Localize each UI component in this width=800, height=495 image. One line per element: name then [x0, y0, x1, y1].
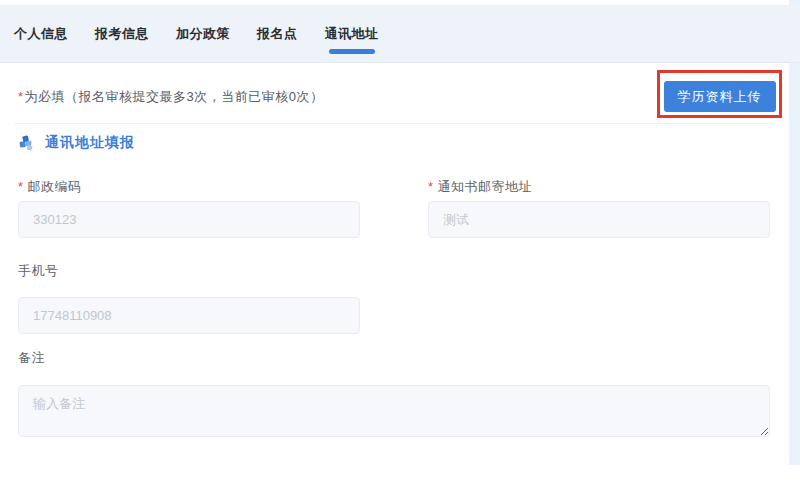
tab-label: 报名点 — [257, 26, 298, 41]
education-material-upload-button[interactable]: 学历资料上传 — [664, 81, 776, 112]
phone-input[interactable] — [18, 297, 360, 334]
required-asterisk: * — [18, 89, 24, 104]
tab-exam-info[interactable]: 报考信息 — [95, 25, 149, 57]
tab-contact-address[interactable]: 通讯地址 — [325, 25, 379, 57]
annotation-highlight-box: 学历资料上传 — [657, 70, 782, 118]
section-divider — [14, 123, 774, 124]
mail-address-label: *通知书邮寄地址 — [428, 178, 532, 196]
phone-label: 手机号 — [18, 262, 59, 280]
section-title: 通讯地址填报 — [45, 134, 135, 152]
tab-bar: 个人信息 报考信息 加分政策 报名点 通讯地址 — [0, 5, 800, 63]
tab-label: 报考信息 — [95, 26, 149, 41]
tab-label: 通讯地址 — [325, 26, 379, 41]
mail-address-input[interactable] — [428, 201, 770, 238]
address-form-icon — [17, 133, 36, 152]
label-text: 手机号 — [18, 263, 59, 278]
notice-text: 为必填（报名审核提交最多3次，当前已审核0次） — [25, 89, 324, 104]
tab-registration-point[interactable]: 报名点 — [257, 25, 298, 57]
tab-list: 个人信息 报考信息 加分政策 报名点 通讯地址 — [0, 5, 800, 57]
required-asterisk: * — [18, 179, 24, 194]
active-tab-underline — [329, 49, 375, 54]
required-asterisk: * — [428, 179, 434, 194]
label-text: 备注 — [18, 350, 45, 365]
postal-code-label: *邮政编码 — [18, 178, 82, 196]
page-background-strip — [789, 0, 800, 465]
tab-label: 加分政策 — [176, 26, 230, 41]
label-text: 邮政编码 — [28, 179, 82, 194]
tab-personal-info[interactable]: 个人信息 — [14, 25, 68, 57]
tab-label: 个人信息 — [14, 26, 68, 41]
tab-bonus-policy[interactable]: 加分政策 — [176, 25, 230, 57]
remarks-label: 备注 — [18, 349, 45, 367]
section-header: 通讯地址填报 — [17, 133, 135, 152]
label-text: 通知书邮寄地址 — [438, 179, 533, 194]
remarks-textarea[interactable] — [18, 385, 770, 437]
postal-code-input[interactable] — [18, 201, 360, 238]
required-notice: *为必填（报名审核提交最多3次，当前已审核0次） — [18, 88, 324, 106]
